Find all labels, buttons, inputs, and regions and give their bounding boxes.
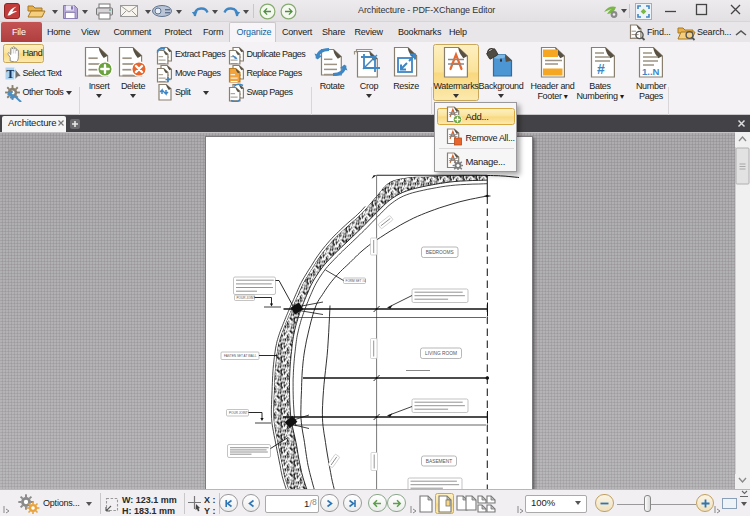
svg-text:POUR JOINT: POUR JOINT bbox=[229, 411, 248, 415]
svg-text:FASTEN SET AT WALL: FASTEN SET AT WALL bbox=[224, 354, 257, 358]
svg-text:BEDROOMS: BEDROOMS bbox=[426, 249, 454, 254]
svg-text:1..N: 1..N bbox=[642, 66, 660, 77]
svg-text:POUR JOINT: POUR JOINT bbox=[237, 296, 256, 300]
svg-text:LIVING ROOM: LIVING ROOM bbox=[425, 350, 457, 355]
svg-text:#: # bbox=[597, 61, 605, 77]
svg-text:T: T bbox=[6, 67, 15, 81]
svg-text:BASEMENT: BASEMENT bbox=[426, 458, 452, 463]
svg-text:FORM SET #4: FORM SET #4 bbox=[346, 279, 367, 283]
